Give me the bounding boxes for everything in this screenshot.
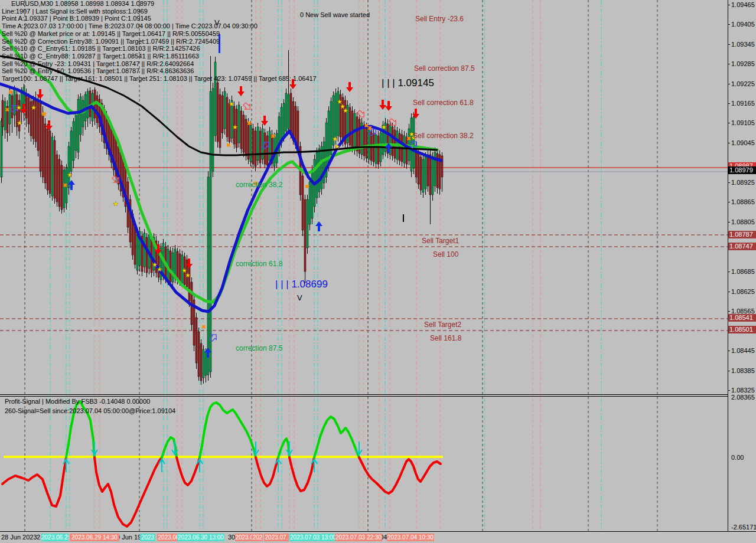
time-highlight-sell: 2023.06.29 14:30 bbox=[70, 534, 119, 541]
candle-body bbox=[288, 94, 289, 129]
candle-body bbox=[37, 100, 39, 151]
candle-body bbox=[44, 124, 46, 183]
candle-body bbox=[54, 140, 56, 198]
price-tick-mark bbox=[728, 103, 730, 104]
price-tick-label: 1.08385 bbox=[731, 367, 755, 374]
candle-body bbox=[252, 129, 254, 164]
wave-v-top-mark: V bbox=[214, 18, 220, 27]
candle-body bbox=[25, 93, 27, 118]
sell-arrow-icon bbox=[37, 89, 44, 99]
candle-body bbox=[259, 131, 261, 163]
star-signal-icon: ★ bbox=[17, 119, 22, 126]
time-axis-border bbox=[0, 531, 756, 532]
candle-body bbox=[2, 100, 4, 127]
cross-signal-icon: ✖ bbox=[305, 184, 309, 189]
time-highlight-buy: 2023.06.30 13:00 bbox=[177, 534, 224, 541]
time-tick-label: 30 bbox=[228, 534, 235, 541]
time-highlight-buy: 2023.06.29 bbox=[41, 534, 69, 541]
candle-body bbox=[219, 94, 221, 148]
candle-body bbox=[198, 332, 200, 377]
candle-body bbox=[200, 344, 202, 381]
indicator-tick-label: 0.00 bbox=[731, 454, 744, 461]
price-tick-label: 1.09105 bbox=[731, 119, 755, 126]
time-highlight-sell: 2023.07.03 22:30 bbox=[335, 534, 382, 541]
price-badge-1.08501: 1.08501 bbox=[728, 326, 756, 333]
time-tick-label: 2 bbox=[37, 534, 40, 541]
ea-info-line: EURUSD,M30 1.08958 1.08998 1.08934 1.089… bbox=[11, 0, 154, 7]
candle-body bbox=[170, 251, 171, 282]
panel-separator-top[interactable] bbox=[0, 394, 728, 395]
candle-body bbox=[214, 62, 216, 136]
panel-separator-bottom[interactable] bbox=[0, 396, 728, 397]
indicator-signal-line: 260-Signal=Sell since:2023.07.04 05:00:0… bbox=[5, 407, 175, 414]
price-badge-1.08541: 1.08541 bbox=[728, 314, 756, 322]
price-tick-mark bbox=[728, 222, 730, 223]
candle-body bbox=[356, 117, 358, 151]
oscillator-green-segment bbox=[278, 439, 289, 457]
candle-body bbox=[47, 129, 48, 190]
price-tick-label: 1.09165 bbox=[731, 100, 755, 107]
price-tick-mark bbox=[728, 292, 730, 292]
cross-signal-icon: ✖ bbox=[201, 324, 206, 330]
candle-body bbox=[285, 93, 287, 131]
price-tick-label: 1.08805 bbox=[731, 218, 755, 225]
indicator-title: Profit-Signal | Modified By FSB3 -0.1404… bbox=[5, 398, 150, 405]
candle-body bbox=[49, 131, 51, 194]
cross-signal-icon: ✖ bbox=[247, 120, 252, 126]
candle-body bbox=[422, 159, 424, 192]
oscillator-green-segment bbox=[314, 417, 359, 457]
candle-body bbox=[146, 237, 148, 273]
candle-body bbox=[42, 115, 44, 177]
candle-body bbox=[58, 159, 60, 207]
price-tick-label: 1.08625 bbox=[731, 288, 755, 295]
candle-body bbox=[377, 136, 379, 164]
oscillator-red-segment bbox=[177, 457, 200, 485]
candle-body bbox=[418, 152, 419, 184]
price-tick-mark bbox=[728, 5, 730, 5]
candle-body bbox=[87, 91, 89, 118]
candle-body bbox=[266, 136, 268, 165]
candle-body bbox=[63, 170, 65, 208]
star-signal-icon: ★ bbox=[113, 200, 119, 207]
candle-body bbox=[56, 155, 58, 202]
candle-body bbox=[75, 116, 77, 151]
price-tick-mark bbox=[728, 84, 730, 84]
sell-entry-label: Sell Entry -23.6 bbox=[415, 15, 464, 23]
candle-body bbox=[429, 155, 431, 195]
candle-body bbox=[240, 111, 242, 149]
price-tick-label: 1.09045 bbox=[731, 139, 755, 146]
buy-arrow-icon bbox=[315, 221, 322, 231]
star-signal-icon: ★ bbox=[232, 123, 238, 130]
point-c-price-mark: | | | 1.09145 bbox=[382, 77, 434, 89]
candle-body bbox=[203, 349, 204, 378]
cross-signal-icon: ✖ bbox=[42, 111, 47, 117]
candle-body bbox=[195, 318, 197, 363]
cross-signal-icon: ✖ bbox=[226, 142, 231, 148]
cross-signal-icon: ✖ bbox=[5, 107, 9, 113]
candle-body bbox=[229, 103, 230, 142]
candle-body bbox=[255, 131, 256, 166]
candle-body bbox=[425, 156, 426, 189]
star-signal-icon: ★ bbox=[16, 104, 22, 111]
sell-target1-label: Sell Target1 bbox=[422, 237, 459, 245]
star-signal-icon: ★ bbox=[185, 272, 191, 279]
candle-body bbox=[207, 177, 209, 375]
candle-body bbox=[257, 127, 259, 161]
sell-1618-label: Sell 161.8 bbox=[430, 334, 461, 342]
ea-info-line: Sell %10 @ C_Entry61: 1.09185 || Target:… bbox=[2, 45, 200, 52]
price-tick-mark bbox=[728, 143, 730, 143]
star-signal-icon: ★ bbox=[332, 135, 338, 142]
ea-info-line: Target100: 1.08747 || Target 161: 1.0850… bbox=[2, 75, 317, 82]
candle-body bbox=[77, 99, 79, 152]
oscillator-red-segment bbox=[289, 457, 314, 491]
candle-body bbox=[399, 133, 400, 161]
candle-body bbox=[1, 121, 2, 177]
candle-body bbox=[321, 146, 322, 189]
candle-body bbox=[330, 102, 332, 155]
sell-correction-618-label: Sell correction 61.8 bbox=[413, 99, 474, 107]
price-tick-label: 1.08685 bbox=[731, 268, 755, 275]
candle-body bbox=[134, 225, 136, 264]
price-tick-mark bbox=[728, 371, 730, 371]
price-tick-mark bbox=[728, 182, 730, 183]
price-badge-1.08747: 1.08747 bbox=[728, 243, 756, 250]
